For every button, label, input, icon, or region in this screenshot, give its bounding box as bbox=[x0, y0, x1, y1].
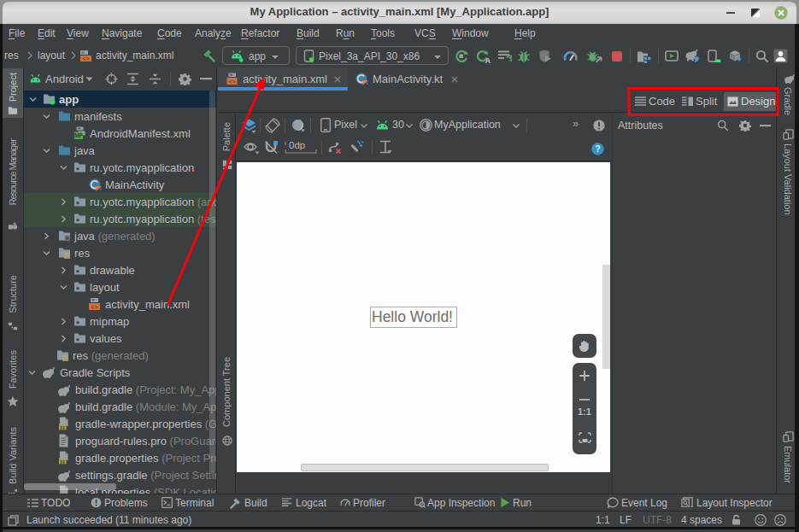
svg-text:<>: <> bbox=[228, 79, 235, 85]
svg-text:?: ? bbox=[595, 144, 600, 154]
svg-text:A: A bbox=[485, 56, 491, 64]
svg-text:MF: MF bbox=[74, 132, 83, 138]
svg-text:<>: <> bbox=[91, 304, 97, 311]
svg-text:<>: <> bbox=[83, 56, 90, 62]
